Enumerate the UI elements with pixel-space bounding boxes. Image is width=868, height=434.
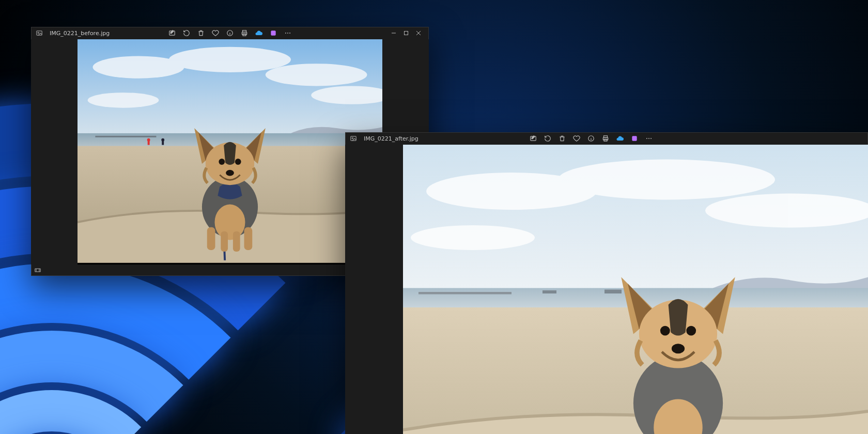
window-controls: [388, 28, 425, 38]
photos-app-icon: [35, 29, 43, 37]
svg-rect-24: [162, 141, 164, 145]
window-title: IMG_0221_after.jpg: [362, 135, 419, 142]
photos-app-icon: [349, 134, 358, 143]
svg-point-27: [214, 205, 245, 240]
favorite-heart-icon[interactable]: [572, 134, 581, 143]
filmstrip-icon[interactable]: [34, 266, 42, 274]
delete-icon[interactable]: [558, 134, 566, 143]
svg-point-10: [289, 33, 290, 34]
svg-point-47: [650, 138, 652, 139]
toolbar: [529, 134, 653, 143]
clipchamp-icon[interactable]: [269, 29, 277, 37]
print-icon[interactable]: [601, 134, 610, 143]
svg-rect-11: [405, 32, 408, 35]
more-ellipsis-icon[interactable]: [645, 134, 653, 143]
svg-point-15: [266, 64, 367, 86]
info-icon[interactable]: [587, 134, 595, 143]
minimize-icon[interactable]: [388, 28, 400, 38]
photo-after: [403, 145, 868, 434]
svg-point-8: [285, 33, 286, 34]
photos-window-after[interactable]: IMG_0221_after.jpg: [345, 132, 868, 434]
photo-before: [78, 39, 382, 263]
titlebar[interactable]: IMG_0221_after.jpg: [345, 132, 868, 145]
clipchamp-icon[interactable]: [630, 134, 639, 143]
svg-rect-30: [221, 231, 228, 252]
content-area: [345, 145, 868, 434]
svg-point-9: [287, 33, 288, 34]
svg-rect-7: [271, 30, 275, 35]
toolbar: [168, 29, 292, 37]
svg-point-1: [38, 32, 39, 33]
svg-point-52: [411, 225, 535, 250]
svg-rect-22: [148, 141, 150, 145]
titlebar[interactable]: IMG_0221_before.jpg: [31, 27, 429, 39]
more-ellipsis-icon[interactable]: [284, 29, 292, 37]
svg-point-33: [219, 159, 225, 165]
svg-rect-44: [632, 136, 637, 141]
rotate-icon[interactable]: [182, 29, 191, 37]
image-viewport[interactable]: [403, 145, 868, 434]
svg-point-17: [88, 92, 159, 107]
delete-icon[interactable]: [197, 29, 205, 37]
info-icon[interactable]: [226, 29, 234, 37]
onedrive-cloud-icon[interactable]: [255, 29, 263, 37]
print-icon[interactable]: [240, 29, 249, 37]
svg-point-46: [648, 138, 649, 139]
onedrive-cloud-icon[interactable]: [616, 134, 624, 143]
svg-point-45: [646, 138, 647, 139]
maximize-icon[interactable]: [400, 28, 412, 38]
image-viewport[interactable]: [78, 39, 382, 265]
svg-point-65: [660, 326, 670, 336]
svg-point-34: [235, 159, 241, 165]
svg-rect-29: [244, 227, 253, 250]
svg-point-38: [352, 137, 353, 138]
svg-point-50: [558, 160, 775, 200]
svg-rect-19: [95, 136, 156, 137]
edit-image-icon[interactable]: [529, 134, 537, 143]
svg-rect-36: [35, 269, 41, 272]
favorite-heart-icon[interactable]: [211, 29, 220, 37]
desktop-wallpaper: IMG_0221_before.jpg: [0, 0, 868, 434]
svg-rect-31: [233, 231, 240, 252]
svg-rect-56: [605, 290, 622, 294]
svg-rect-28: [207, 227, 215, 250]
svg-point-14: [169, 47, 291, 72]
svg-rect-55: [542, 290, 556, 293]
edit-image-icon[interactable]: [168, 29, 176, 37]
rotate-icon[interactable]: [544, 134, 552, 143]
svg-rect-54: [419, 292, 512, 295]
close-icon[interactable]: [412, 28, 425, 38]
window-title: IMG_0221_before.jpg: [48, 30, 110, 37]
svg-point-66: [686, 326, 696, 336]
svg-point-67: [672, 344, 685, 353]
svg-point-35: [226, 170, 234, 176]
svg-point-51: [705, 194, 868, 228]
